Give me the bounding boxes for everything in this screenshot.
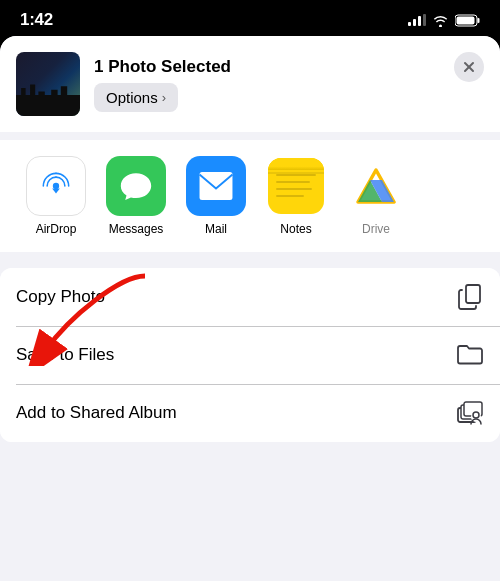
options-button[interactable]: Options › <box>94 83 178 112</box>
status-icons <box>408 14 480 27</box>
messages-icon <box>117 167 155 205</box>
divider-2 <box>0 252 500 260</box>
sheet-header: 1 Photo Selected Options › <box>0 36 500 132</box>
signal-icon <box>408 14 426 26</box>
mail-icon <box>197 169 235 203</box>
header-text: 1 Photo Selected Options › <box>94 57 484 112</box>
airdrop-icon-container <box>26 156 86 216</box>
photo-thumbnail <box>16 52 80 116</box>
app-item-notes[interactable]: Notes <box>256 156 336 236</box>
svg-marker-7 <box>52 189 60 194</box>
app-item-drive[interactable]: Drive <box>336 156 416 236</box>
shared-album-icon <box>456 399 484 427</box>
apps-scroll: AirDrop Messages Mail <box>0 156 500 236</box>
messages-label: Messages <box>109 222 164 236</box>
wifi-icon <box>432 14 449 27</box>
airdrop-label: AirDrop <box>36 222 77 236</box>
app-item-mail[interactable]: Mail <box>176 156 256 236</box>
add-to-shared-album-label: Add to Shared Album <box>16 403 177 423</box>
battery-icon <box>455 14 480 27</box>
drive-icon-container <box>346 156 406 216</box>
close-icon <box>463 61 475 73</box>
svg-rect-1 <box>457 16 475 24</box>
svg-rect-11 <box>466 285 480 303</box>
notes-icon <box>268 158 324 214</box>
photo-selected-label: 1 Photo Selected <box>94 57 484 77</box>
copy-icon <box>456 283 484 311</box>
drive-icon <box>348 158 404 214</box>
share-sheet: 1 Photo Selected Options › <box>0 36 500 581</box>
svg-point-6 <box>53 183 59 189</box>
app-item-messages[interactable]: Messages <box>96 156 176 236</box>
copy-photo-label: Copy Photo <box>16 287 105 307</box>
svg-rect-2 <box>478 18 480 23</box>
actions-list: Copy Photo Save to Files <box>0 268 500 442</box>
options-chevron-icon: › <box>162 90 166 105</box>
copy-photo-action[interactable]: Copy Photo <box>0 268 500 326</box>
status-time: 1:42 <box>20 10 53 30</box>
notes-label: Notes <box>280 222 311 236</box>
status-bar: 1:42 <box>0 0 500 36</box>
save-to-files-action[interactable]: Save to Files <box>0 326 500 384</box>
apps-row: AirDrop Messages Mail <box>0 140 500 252</box>
app-item-airdrop[interactable]: AirDrop <box>16 156 96 236</box>
mail-label: Mail <box>205 222 227 236</box>
add-to-shared-album-action[interactable]: Add to Shared Album <box>0 384 500 442</box>
options-label: Options <box>106 89 158 106</box>
airdrop-icon <box>37 167 75 205</box>
svg-rect-8 <box>200 172 233 200</box>
notes-icon-container <box>266 156 326 216</box>
drive-label: Drive <box>362 222 390 236</box>
divider <box>0 132 500 140</box>
mail-icon-container <box>186 156 246 216</box>
save-to-files-label: Save to Files <box>16 345 114 365</box>
folder-icon <box>456 341 484 369</box>
messages-icon-container <box>106 156 166 216</box>
close-button[interactable] <box>454 52 484 82</box>
